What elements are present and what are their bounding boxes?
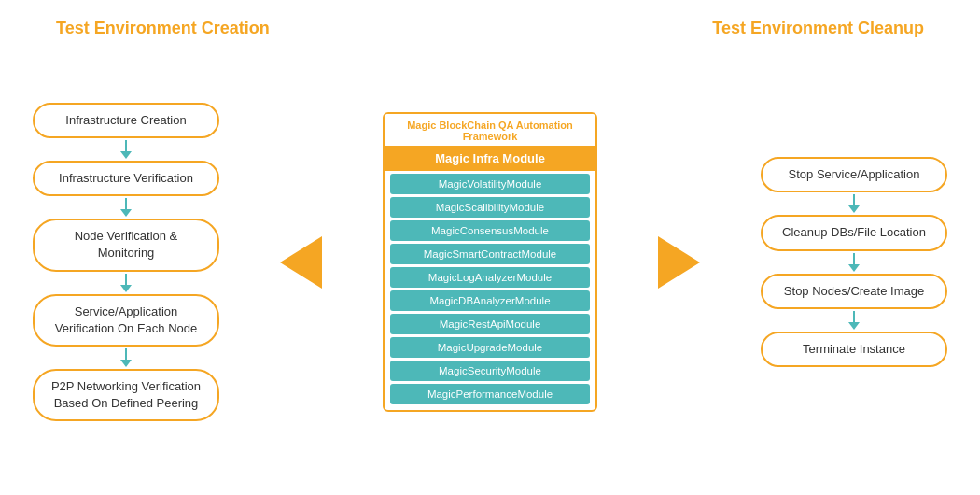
page-container: Test Environment Creation Test Environme… [0, 0, 980, 495]
left-title: Test Environment Creation [56, 19, 270, 38]
left-arrow-3 [120, 348, 132, 367]
right-arrow-2 [848, 311, 860, 330]
framework-container: Magic BlockChain QA Automation Framework… [383, 112, 597, 412]
left-step-5: P2P Networking Verification Based On Def… [33, 369, 219, 421]
module-item-0: MagicVolatilityModule [390, 174, 590, 194]
framework-header: Magic Infra Module [385, 146, 595, 171]
left-step-1: Infrastructure Creation [33, 103, 219, 138]
framework-title: Magic BlockChain QA Automation Framework [385, 114, 595, 146]
titles-row: Test Environment Creation Test Environme… [0, 0, 980, 38]
center-framework: Magic BlockChain QA Automation Framework… [378, 112, 602, 412]
right-step-4: Terminate Instance [761, 332, 947, 367]
module-item-9: MagicPerformanceModule [390, 384, 590, 404]
right-column: Stop Service/ApplicationCleanup DBs/File… [756, 157, 952, 367]
left-step-3: Node Verification & Monitoring [33, 219, 219, 271]
module-item-3: MagicSmartContractModule [390, 244, 590, 264]
module-item-8: MagicSecurityModule [390, 361, 590, 381]
module-item-1: MagicScalibilityModule [390, 197, 590, 218]
right-step-1: Stop Service/Application [761, 157, 947, 192]
main-content: Infrastructure CreationInfrastructure Ve… [0, 38, 980, 495]
module-item-5: MagicDBAnalyzerModule [390, 290, 590, 311]
module-item-2: MagicConsensusModule [390, 220, 590, 241]
left-step-2: Infrastructure Verification [33, 161, 219, 196]
left-step-4: Service/Application Verification On Each… [33, 294, 219, 346]
left-arrow-1 [120, 198, 132, 217]
right-arrow-1 [848, 253, 860, 272]
right-step-3: Stop Nodes/Create Image [761, 274, 947, 309]
module-item-4: MagicLogAnalyzerModule [390, 267, 590, 288]
left-arrow-2 [120, 274, 132, 292]
arrow-left-icon [273, 239, 329, 286]
left-column: Infrastructure CreationInfrastructure Ve… [28, 103, 224, 422]
modules-list: MagicVolatilityModuleMagicScalibilityMod… [385, 174, 595, 404]
module-item-6: MagicRestApiModule [390, 314, 590, 334]
left-arrow-0 [120, 140, 132, 159]
right-title: Test Environment Cleanup [712, 19, 924, 38]
module-item-7: MagicUpgradeModule [390, 337, 590, 358]
right-step-2: Cleanup DBs/File Location [761, 215, 947, 250]
arrow-right-icon [651, 239, 707, 286]
right-arrow-0 [848, 194, 860, 213]
